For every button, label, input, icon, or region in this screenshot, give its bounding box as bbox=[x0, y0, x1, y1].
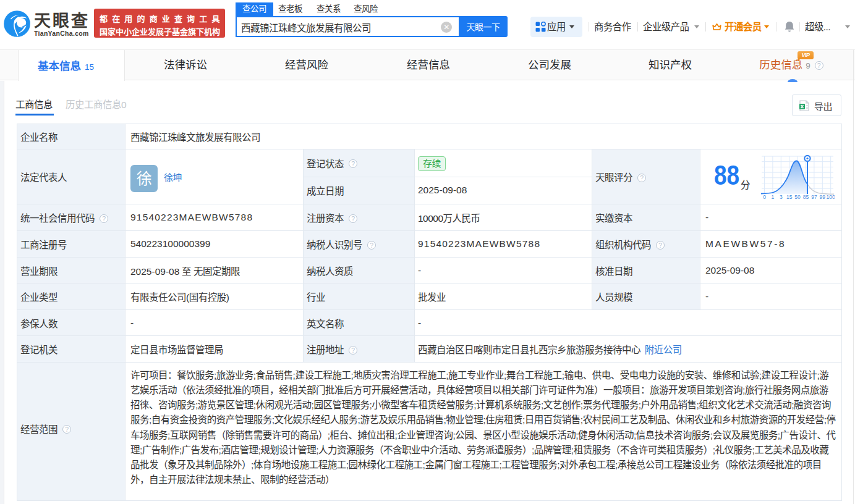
svg-text:1: 1 bbox=[772, 194, 775, 200]
svg-text:100: 100 bbox=[827, 194, 835, 200]
svg-text:85: 85 bbox=[803, 194, 809, 200]
svg-text:99: 99 bbox=[820, 194, 826, 200]
svg-text:15: 15 bbox=[786, 194, 793, 200]
svg-text:3: 3 bbox=[780, 194, 783, 200]
svg-text:0: 0 bbox=[763, 194, 766, 200]
svg-text:97: 97 bbox=[811, 194, 817, 200]
svg-text:50: 50 bbox=[794, 194, 801, 200]
